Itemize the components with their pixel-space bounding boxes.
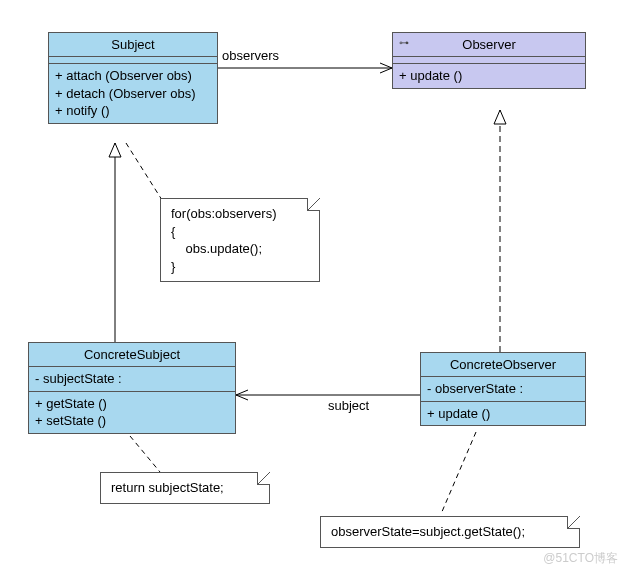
op: + update (): [399, 67, 579, 85]
note-getstate: return subjectState;: [100, 472, 270, 504]
class-concrete-observer: ConcreteObserver - observerState : + upd…: [420, 352, 586, 426]
op: + attach (Observer obs): [55, 67, 211, 85]
watermark: @51CTO博客: [543, 550, 618, 567]
class-subject-title: Subject: [49, 33, 217, 57]
class-concrete-subject-ops: + getState () + setState (): [29, 392, 235, 433]
label-subject: subject: [328, 398, 369, 413]
label-observers: observers: [222, 48, 279, 63]
class-subject: Subject + attach (Observer obs) + detach…: [48, 32, 218, 124]
note-text: return subjectState;: [111, 480, 224, 495]
note-notify-loop: for(obs:observers) { obs.update(); }: [160, 198, 320, 282]
class-observer-title: ⊶ Observer: [393, 33, 585, 57]
svg-line-4: [126, 143, 162, 200]
op: + detach (Observer obs): [55, 85, 211, 103]
svg-line-6: [441, 432, 476, 514]
class-observer-ops: + update (): [393, 64, 585, 88]
svg-line-5: [130, 436, 160, 472]
class-concrete-observer-title: ConcreteObserver: [421, 353, 585, 377]
class-subject-ops: + attach (Observer obs) + detach (Observ…: [49, 64, 217, 123]
class-concrete-subject-attrs: - subjectState :: [29, 367, 235, 392]
op: + update (): [427, 405, 579, 423]
class-observer-name: Observer: [462, 37, 515, 52]
attr: - observerState :: [427, 380, 579, 398]
attr: - subjectState :: [35, 370, 229, 388]
note-text: for(obs:observers) { obs.update(); }: [171, 206, 276, 274]
class-observer-attrs: [393, 57, 585, 64]
note-text: observerState=subject.getState();: [331, 524, 525, 539]
class-concrete-observer-ops: + update (): [421, 402, 585, 426]
class-observer: ⊶ Observer + update (): [392, 32, 586, 89]
class-subject-attrs: [49, 57, 217, 64]
interface-icon: ⊶: [399, 37, 408, 48]
note-update: observerState=subject.getState();: [320, 516, 580, 548]
class-concrete-subject-title: ConcreteSubject: [29, 343, 235, 367]
class-concrete-observer-attrs: - observerState :: [421, 377, 585, 402]
op: + setState (): [35, 412, 229, 430]
class-concrete-subject: ConcreteSubject - subjectState : + getSt…: [28, 342, 236, 434]
op: + getState (): [35, 395, 229, 413]
op: + notify (): [55, 102, 211, 120]
